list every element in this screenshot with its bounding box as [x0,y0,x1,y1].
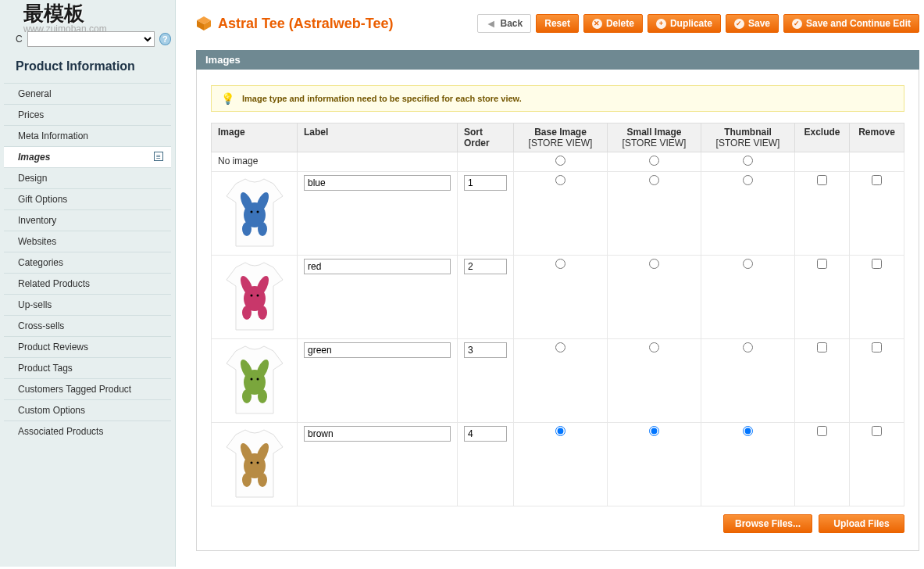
sidebar-item-link[interactable]: Meta Information [4,126,171,146]
sidebar-item-link[interactable]: Associated Products [4,421,171,442]
remove-checkbox[interactable] [872,426,882,436]
product-image-thumb[interactable] [219,177,290,250]
remove-checkbox[interactable] [872,259,882,269]
base-image-radio-none[interactable] [555,156,565,166]
upload-files-button[interactable]: Upload Files [819,514,904,533]
small-image-radio[interactable] [649,175,659,185]
watermark-url: www.zuimoban.com [23,23,107,34]
product-image-thumb[interactable] [219,344,290,417]
thumbnail-radio-none[interactable] [743,156,753,166]
small-image-radio[interactable] [649,259,659,269]
base-image-radio[interactable] [555,259,565,269]
sidebar-item-custom-options[interactable]: Custom Options [4,399,171,420]
help-icon[interactable]: ? [159,33,171,45]
small-image-radio-none[interactable] [649,156,659,166]
svg-point-29 [250,462,252,464]
sidebar-item-images[interactable]: Images≡ [4,146,171,167]
exclude-checkbox[interactable] [817,426,827,436]
product-image-thumb[interactable] [219,428,290,501]
sidebar-item-link[interactable]: Custom Options [4,400,171,420]
back-arrow-icon: ◄ [486,17,497,30]
thumbnail-radio[interactable] [743,342,753,352]
sidebar-item-link[interactable]: Up-sells [4,295,171,315]
sort-order-input[interactable] [464,259,507,274]
exclude-checkbox[interactable] [817,175,827,185]
label-input[interactable] [304,175,451,191]
sidebar-item-link[interactable]: Websites [4,231,171,252]
label-input[interactable] [304,342,451,358]
sidebar-title: Product Information [16,56,171,77]
exclude-checkbox[interactable] [817,259,827,269]
sort-order-input[interactable] [464,426,507,442]
sidebar-item-link[interactable]: Customers Tagged Product [4,379,171,399]
reset-button[interactable]: Reset [536,14,579,33]
back-button-label: Back [501,18,523,29]
sidebar-item-inventory[interactable]: Inventory [4,209,171,231]
product-image-thumb[interactable] [219,260,290,334]
col-small: Small Image[STORE VIEW] [608,123,701,152]
remove-checkbox[interactable] [872,175,882,185]
expand-icon[interactable]: ≡ [154,152,163,161]
sidebar-item-meta-information[interactable]: Meta Information [4,125,171,146]
sidebar-item-product-tags[interactable]: Product Tags [4,357,171,378]
sidebar-item-link[interactable]: General [4,84,171,104]
browse-files-button[interactable]: Browse Files... [723,514,812,533]
table-row [212,423,904,506]
sidebar-item-link[interactable]: Inventory [4,210,171,231]
label-input[interactable] [304,259,451,274]
sidebar-item-gift-options[interactable]: Gift Options [4,188,171,209]
small-image-radio[interactable] [649,426,659,436]
base-image-radio[interactable] [555,175,565,185]
svg-point-8 [250,211,252,213]
sidebar-item-link[interactable]: Product Reviews [4,337,171,357]
sidebar-item-link[interactable]: Categories [4,252,171,273]
sort-order-input[interactable] [464,342,507,358]
sidebar-item-up-sells[interactable]: Up-sells [4,294,171,315]
save-continue-button-label: Save and Continue Edit [806,18,911,29]
remove-checkbox[interactable] [872,342,882,352]
sidebar: 最模板 www.zuimoban.com C ? Product Informa… [0,0,176,567]
exclude-checkbox[interactable] [817,342,827,352]
svg-point-16 [256,295,259,297]
page-title: Astral Tee (Astralweb-Tee) [218,16,393,32]
svg-point-14 [258,306,267,320]
base-image-radio[interactable] [555,426,565,436]
sidebar-item-link[interactable]: Product Tags [4,358,171,378]
sidebar-item-link[interactable]: Gift Options [4,189,171,209]
sidebar-item-websites[interactable]: Websites [4,231,171,252]
sidebar-item-design[interactable]: Design [4,167,171,188]
reset-button-label: Reset [544,18,570,29]
label-input[interactable] [304,426,451,442]
sidebar-item-product-reviews[interactable]: Product Reviews [4,336,171,357]
col-thumb-store-view: [STORE VIEW] [708,138,788,149]
thumbnail-radio[interactable] [743,175,753,185]
sidebar-item-link[interactable]: Images [4,147,171,167]
save-continue-icon: ✓ [792,19,802,29]
sidebar-item-customers-tagged-product[interactable]: Customers Tagged Product [4,378,171,399]
svg-point-7 [258,222,267,236]
duplicate-button[interactable]: +Duplicate [648,14,721,33]
sidebar-item-link[interactable]: Related Products [4,274,171,294]
sidebar-item-general[interactable]: General [4,83,171,104]
sidebar-item-prices[interactable]: Prices [4,104,171,125]
back-button[interactable]: ◄Back [477,14,532,33]
lightbulb-icon: 💡 [221,92,234,105]
sort-order-input[interactable] [464,175,507,191]
thumbnail-radio[interactable] [743,426,753,436]
save-continue-button[interactable]: ✓Save and Continue Edit [783,14,919,33]
sidebar-item-link[interactable]: Design [4,168,171,188]
save-button[interactable]: ✓Save [726,14,779,33]
sidebar-item-associated-products[interactable]: Associated Products [4,420,171,442]
svg-point-23 [256,378,259,381]
delete-button[interactable]: ✕Delete [583,14,643,33]
base-image-radio[interactable] [555,342,565,352]
small-image-radio[interactable] [649,342,659,352]
sidebar-item-categories[interactable]: Categories [4,252,171,273]
sidebar-item-cross-sells[interactable]: Cross-sells [4,315,171,336]
sidebar-item-link[interactable]: Cross-sells [4,316,171,336]
sidebar-item-link[interactable]: Prices [4,105,171,125]
sidebar-nav: GeneralPricesMeta InformationImages≡Desi… [4,83,171,442]
sidebar-item-related-products[interactable]: Related Products [4,273,171,294]
svg-point-27 [242,473,252,487]
thumbnail-radio[interactable] [743,259,753,269]
